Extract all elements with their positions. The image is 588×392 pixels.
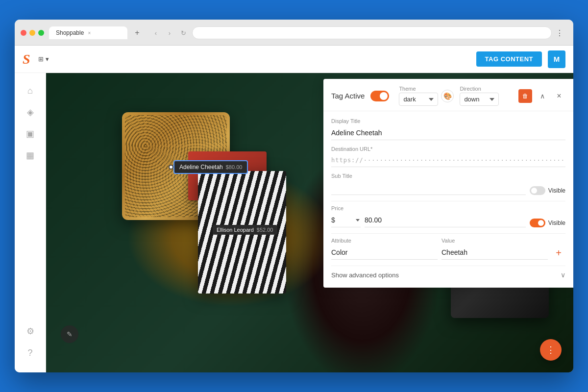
sidebar-item-help[interactable]: ? <box>21 343 40 363</box>
divider-2 <box>331 233 565 234</box>
sidebar-item-settings[interactable]: ⚙ <box>21 321 40 341</box>
tag-bubble-adeline[interactable]: Adeline Cheetah $80.00 <box>173 160 248 174</box>
app-layout: S ⊞ ▾ TAG CONTENT M ⌂ ◈ ▣ ▦ ⚙ ? <box>15 46 573 372</box>
tab-close-btn[interactable]: × <box>88 30 91 36</box>
grid-icon: ⊞ <box>38 55 44 63</box>
attribute-row: Attribute Value + <box>331 238 565 260</box>
content-area: Adeline Cheetah $80.00 Elli Ellison Le <box>46 73 573 372</box>
theme-label: Theme <box>399 86 438 92</box>
sidebar-item-tags[interactable]: ◈ <box>21 102 40 122</box>
close-panel-button[interactable]: × <box>553 90 565 102</box>
edit-button[interactable]: ✎ <box>61 325 78 343</box>
tag-panel-body: Display Title Destination URL* <box>323 111 573 288</box>
chevron-down-icon: ∨ <box>561 271 565 279</box>
tag-price-adeline: $80.00 <box>226 164 243 170</box>
subtitle-visible-toggle[interactable]: Visible <box>530 186 565 195</box>
price-visible-switch[interactable] <box>530 219 545 227</box>
fullscreen-dot[interactable] <box>38 30 44 36</box>
tag-panel-header: Tag Active Theme dark light <box>323 79 573 111</box>
fab-icon: ⋮ <box>546 344 555 355</box>
price-group: Price $ € £ <box>331 205 565 227</box>
tag-name-ellison: Ellison Leopard <box>217 227 254 233</box>
palette-icon[interactable]: 🎨 <box>441 90 454 102</box>
advanced-options-row[interactable]: Show advanced options ∨ <box>331 266 565 281</box>
photo-area: Adeline Cheetah $80.00 Elli Ellison Le <box>46 73 573 372</box>
tag-price-ellison: $52.00 <box>257 227 273 233</box>
subtitle-visible-label: Visible <box>548 187 565 194</box>
tag-active-label: Tag Active <box>331 92 365 100</box>
fab-button[interactable]: ⋮ <box>540 339 562 361</box>
subtitle-group: Sub Title Visible <box>331 173 565 195</box>
main-content: ⌂ ◈ ▣ ▦ ⚙ ? <box>15 73 573 372</box>
value-input[interactable] <box>441 245 548 260</box>
app-logo: S <box>23 51 30 67</box>
theme-section: Theme dark light 🎨 <box>399 86 454 106</box>
sidebar-item-home[interactable]: ⌂ <box>21 81 40 100</box>
edit-icon: ✎ <box>67 330 73 338</box>
panel-up-button[interactable]: ∧ <box>536 90 549 102</box>
destination-url-label: Destination URL* <box>331 146 565 152</box>
advanced-options-label[interactable]: Show advanced options <box>331 271 399 279</box>
browser-tab[interactable]: Shoppable × <box>49 26 127 39</box>
destination-url-group: Destination URL* <box>331 146 565 167</box>
browser-dots <box>21 30 44 36</box>
direction-select[interactable]: down up left right <box>460 93 499 106</box>
subtitle-label: Sub Title <box>331 173 526 179</box>
subtitle-input[interactable] <box>331 181 526 195</box>
browser-window: Shoppable × + ‹ › ↻ ⋮ S ⊞ ▾ TAG CONTENT … <box>15 20 573 372</box>
sidebar: ⌂ ◈ ▣ ▦ ⚙ ? <box>15 73 46 372</box>
direction-label: Direction <box>460 86 499 92</box>
direction-section: Direction down up left right <box>460 86 499 106</box>
subtitle-visible-switch[interactable] <box>530 186 545 195</box>
price-label: Price <box>331 205 565 211</box>
app-header: S ⊞ ▾ TAG CONTENT M <box>15 46 573 73</box>
refresh-btn[interactable]: ↻ <box>178 28 188 38</box>
back-btn[interactable]: ‹ <box>151 28 161 38</box>
display-title-label: Display Title <box>331 118 565 124</box>
tag-name-adeline: Adeline Cheetah <box>179 164 223 171</box>
browser-nav: ‹ › ↻ ⋮ <box>147 24 567 41</box>
tag-content-button[interactable]: TAG CONTENT <box>476 51 542 67</box>
price-input[interactable] <box>365 213 526 227</box>
price-visible-toggle[interactable]: Visible <box>530 219 565 227</box>
browser-chrome: Shoppable × + ‹ › ↻ ⋮ <box>15 20 573 46</box>
tag-active-toggle[interactable] <box>370 91 389 101</box>
delete-tag-button[interactable]: 🗑 <box>518 89 532 103</box>
destination-url-input[interactable] <box>331 154 565 167</box>
price-visible-label: Visible <box>548 220 565 226</box>
close-dot[interactable] <box>21 30 26 36</box>
theme-select[interactable]: dark light <box>399 93 438 106</box>
value-label: Value <box>441 238 548 244</box>
delete-icon: 🗑 <box>522 93 528 99</box>
divider-1 <box>331 201 565 201</box>
product-tag-ellison[interactable]: Ellison Leopard $52.00 <box>213 225 277 235</box>
grid-view-toggle[interactable]: ⊞ ▾ <box>38 55 49 63</box>
tab-add-btn[interactable]: + <box>132 28 142 38</box>
display-title-group: Display Title <box>331 118 565 140</box>
chevron-down-icon: ▾ <box>46 55 49 63</box>
address-bar[interactable] <box>192 26 552 39</box>
user-avatar[interactable]: M <box>548 50 565 68</box>
currency-select[interactable]: $ € £ <box>331 213 361 227</box>
attribute-label: Attribute <box>331 238 438 244</box>
forward-btn[interactable]: › <box>165 28 174 38</box>
browser-menu-icon[interactable]: ⋮ <box>556 28 564 38</box>
tag-bubble-ellison[interactable]: Ellison Leopard $52.00 <box>213 225 277 235</box>
add-attribute-button[interactable]: + <box>552 246 565 260</box>
sidebar-item-analytics[interactable]: ▦ <box>21 146 40 165</box>
tab-title: Shoppable <box>56 29 84 36</box>
display-title-input[interactable] <box>331 126 565 140</box>
tag-dot-adeline <box>169 165 173 170</box>
tag-panel: Tag Active Theme dark light <box>323 79 573 288</box>
sidebar-item-folder[interactable]: ▣ <box>21 124 40 144</box>
panel-actions: 🗑 ∧ × <box>518 89 565 103</box>
minimize-dot[interactable] <box>29 30 35 36</box>
product-tag-adeline[interactable]: Adeline Cheetah $80.00 <box>169 160 248 174</box>
attribute-input[interactable] <box>331 245 438 260</box>
